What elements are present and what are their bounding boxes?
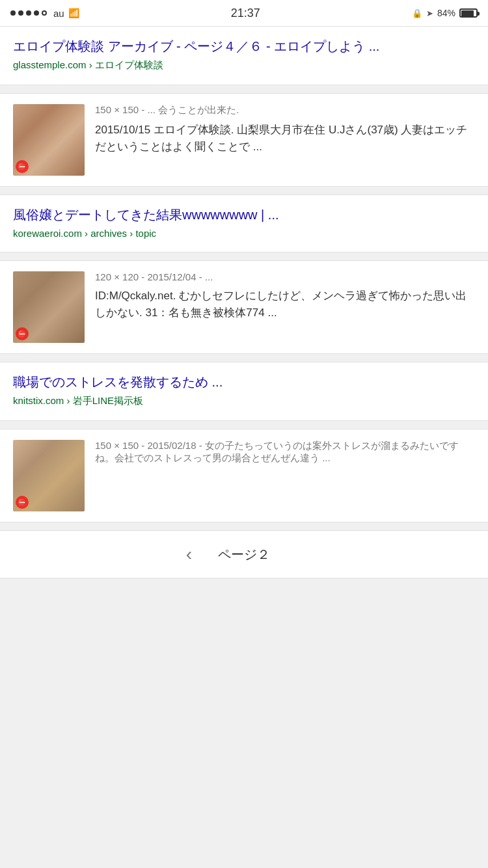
result-card-1: エロイプ体験談 アーカイブ - ページ４／６ - エロイプしよう ... gla… — [0, 26, 488, 85]
status-bar: au 📶 21:37 🔒 ➤ 84% — [0, 0, 488, 26]
battery-fill — [461, 10, 474, 17]
wifi-icon: 📶 — [68, 8, 79, 18]
image-card-2: ⛔ 120 × 120 - 2015/12/04 - ... ID:M/Qcka… — [0, 260, 488, 354]
battery-percent: 84% — [437, 8, 455, 18]
status-left: au 📶 — [10, 8, 79, 19]
page-label: ページ２ — [218, 546, 270, 563]
image-info-2: 120 × 120 - 2015/12/04 - ... ID:M/Qckaly… — [95, 271, 475, 343]
prev-icon: ‹ — [186, 544, 192, 565]
dot5 — [42, 10, 47, 16]
thumbnail-3[interactable]: ⛔ — [13, 440, 85, 511]
result-url-1: glasstemple.com › エロイプ体験談 — [13, 59, 475, 72]
image-card-1: ⛔ 150 × 150 - ... 会うことが出来た. 2015/10/15 エ… — [0, 93, 488, 187]
thumbnail-2[interactable]: ⛔ — [13, 271, 85, 343]
result-card-3: 職場でのストレスを発散するため ... knitstix.com › 岩手LIN… — [0, 362, 488, 421]
result-url-2: korewaeroi.com › archives › topic — [13, 228, 475, 239]
battery-icon — [459, 8, 478, 18]
thumb-overlay-3: ⛔ — [16, 496, 29, 509]
lock-icon: 🔒 — [412, 8, 422, 18]
status-right: 🔒 ➤ 84% — [412, 8, 478, 18]
result-title-2[interactable]: 風俗嬢とデートしてきた結果wwwwwwww | ... — [13, 206, 475, 224]
dot3 — [26, 10, 31, 16]
dot4 — [34, 10, 39, 16]
image-meta-2: 120 × 120 - 2015/12/04 - ... — [95, 271, 475, 282]
next-button[interactable]: › — [296, 544, 302, 565]
image-card-3: ⛔ 150 × 150 - 2015/02/18 - 女の子たちっていうのは案外… — [0, 429, 488, 522]
result-url-3: knitstix.com › 岩手LINE掲示板 — [13, 395, 475, 407]
carrier-label: au — [53, 8, 64, 19]
thumb-overlay-1: ⛔ — [16, 160, 29, 173]
signal-dots — [10, 10, 47, 16]
result-title-3[interactable]: 職場でのストレスを発散するため ... — [13, 373, 475, 391]
image-desc-1: 2015/10/15 エロイプ体験談. 山梨県大月市在住 U.Jさん(37歳) … — [95, 122, 475, 155]
dot1 — [10, 10, 16, 16]
time-display: 21:37 — [231, 7, 260, 20]
result-card-2: 風俗嬢とデートしてきた結果wwwwwwww | ... korewaeroi.c… — [0, 195, 488, 252]
image-meta-3: 150 × 150 - 2015/02/18 - 女の子たちっていうのは案外スト… — [95, 440, 475, 465]
dot2 — [18, 10, 23, 16]
thumb-overlay-2: ⛔ — [16, 327, 29, 340]
location-icon: ➤ — [426, 8, 433, 18]
prev-button[interactable]: ‹ — [186, 544, 192, 565]
search-results: エロイプ体験談 アーカイブ - ページ４／６ - エロイプしよう ... gla… — [0, 26, 488, 578]
image-info-3: 150 × 150 - 2015/02/18 - 女の子たちっていうのは案外スト… — [95, 440, 475, 511]
thumbnail-1[interactable]: ⛔ — [13, 104, 85, 176]
image-info-1: 150 × 150 - ... 会うことが出来た. 2015/10/15 エロイ… — [95, 104, 475, 176]
result-title-1[interactable]: エロイプ体験談 アーカイブ - ページ４／６ - エロイプしよう ... — [13, 37, 475, 55]
image-desc-2: ID:M/Qckaly.net. むかしセフレにしたけど、メンヘラ過ぎて怖かった… — [95, 288, 475, 321]
pagination: ‹ ページ２ › — [0, 530, 488, 578]
image-meta-1: 150 × 150 - ... 会うことが出来た. — [95, 104, 475, 116]
